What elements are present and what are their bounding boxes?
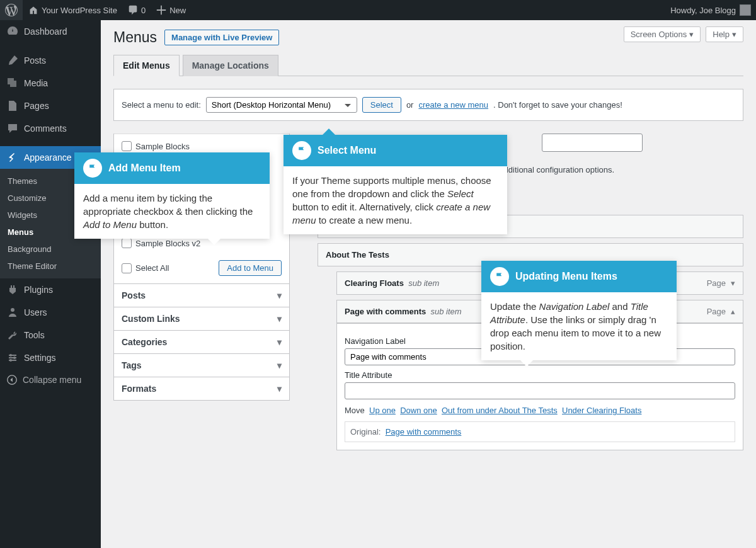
menu-selector-row: Select a menu to edit: Short (Desktop Ho… xyxy=(113,89,743,121)
sub-background[interactable]: Background xyxy=(0,241,101,258)
original-link[interactable]: Page with comments xyxy=(386,427,462,437)
metabox-posts[interactable]: Posts▾ xyxy=(113,283,290,307)
sidebar-dashboard[interactable]: Dashboard xyxy=(0,20,101,43)
select-button[interactable]: Select xyxy=(362,97,401,113)
checkbox[interactable] xyxy=(122,141,132,151)
checkbox[interactable] xyxy=(122,238,132,248)
avatar xyxy=(740,4,751,16)
chevron-down-icon: ▾ xyxy=(277,360,282,370)
flag-icon xyxy=(292,141,311,160)
create-new-menu-link[interactable]: create a new menu xyxy=(418,100,488,110)
sidebar-media[interactable]: Media xyxy=(0,72,101,94)
page-title: Menus xyxy=(113,29,157,46)
move-up-link[interactable]: Up one xyxy=(369,406,396,415)
chevron-down-icon: ▾ xyxy=(277,337,282,347)
metabox-tags[interactable]: Tags▾ xyxy=(113,353,290,377)
chevron-down-icon: ▾ xyxy=(277,290,282,300)
move-down-link[interactable]: Down one xyxy=(400,406,437,415)
screen-options-button[interactable]: Screen Options ▾ xyxy=(624,26,701,42)
chevron-down-icon: ▾ xyxy=(277,314,282,324)
chevron-down-icon: ▾ xyxy=(689,30,694,39)
svg-point-0 xyxy=(9,354,12,357)
selector-label: Select a menu to edit: xyxy=(122,100,201,110)
sidebar-tools[interactable]: Tools xyxy=(0,324,101,346)
callout-select-menu: Select Menu If your Theme supports multi… xyxy=(284,135,507,234)
sub-theme-editor[interactable]: Theme Editor xyxy=(0,258,101,275)
move-out-link[interactable]: Out from under About The Tests xyxy=(442,406,558,415)
page-item[interactable]: Sample Blocks xyxy=(122,139,282,153)
chevron-down-icon[interactable]: ▾ xyxy=(731,278,735,288)
wp-logo[interactable] xyxy=(0,0,23,20)
new-content[interactable]: New xyxy=(151,0,191,20)
admin-bar: Your WordPress Site 0 New Howdy, Joe Blo… xyxy=(0,0,756,20)
metabox-custom-links[interactable]: Custom Links▾ xyxy=(113,307,290,331)
site-home[interactable]: Your WordPress Site xyxy=(23,0,122,20)
title-attribute-input[interactable] xyxy=(345,382,735,399)
sidebar-users[interactable]: Users xyxy=(0,301,101,324)
move-under-link[interactable]: Under Clearing Floats xyxy=(562,406,641,415)
sidebar-pages[interactable]: Pages xyxy=(0,94,101,117)
live-preview-button[interactable]: Manage with Live Preview xyxy=(164,30,279,45)
select-all[interactable]: Select All xyxy=(122,261,169,275)
chevron-down-icon: ▾ xyxy=(732,30,736,39)
title-attr-label: Title Attribute xyxy=(345,370,735,380)
sidebar-posts[interactable]: Posts xyxy=(0,49,101,72)
add-to-menu-button[interactable]: Add to Menu xyxy=(219,260,282,276)
metabox-categories[interactable]: Categories▾ xyxy=(113,330,290,354)
comments-bubble[interactable]: 0 xyxy=(122,0,151,20)
checkbox[interactable] xyxy=(122,263,132,273)
sidebar-plugins[interactable]: Plugins xyxy=(0,278,101,301)
chevron-down-icon: ▾ xyxy=(277,384,282,394)
sidebar-comments[interactable]: Comments xyxy=(0,117,101,140)
admin-sidebar: Dashboard Posts Media Pages Comments App… xyxy=(0,20,101,548)
collapse-menu[interactable]: Collapse menu xyxy=(0,369,101,391)
flag-icon xyxy=(83,159,102,178)
callout-add-menu-item: Add Menu Item Add a menu item by ticking… xyxy=(74,152,270,239)
menu-select[interactable]: Short (Desktop Horizontal Menu) xyxy=(206,97,357,113)
help-button[interactable]: Help ▾ xyxy=(706,26,743,42)
metabox-formats[interactable]: Formats▾ xyxy=(113,377,290,401)
callout-updating-menu-items: Updating Menu Items Update the Navigatio… xyxy=(481,261,677,360)
move-links: Move Up one Down one Out from under Abou… xyxy=(345,406,735,415)
sidebar-settings[interactable]: Settings xyxy=(0,346,101,369)
svg-point-1 xyxy=(13,357,16,359)
flag-icon xyxy=(490,267,509,286)
chevron-up-icon[interactable]: ▴ xyxy=(731,307,735,316)
tab-edit-menus[interactable]: Edit Menus xyxy=(113,55,180,76)
svg-point-2 xyxy=(9,359,12,362)
original-row: Original: Page with comments xyxy=(345,421,735,442)
nav-tabs: Edit Menus Manage Locations xyxy=(113,55,743,76)
my-account[interactable]: Howdy, Joe Blogg xyxy=(670,4,756,16)
menu-name-input[interactable] xyxy=(542,134,643,152)
site-name: Your WordPress Site xyxy=(42,6,117,15)
tab-manage-locations[interactable]: Manage Locations xyxy=(183,55,278,76)
